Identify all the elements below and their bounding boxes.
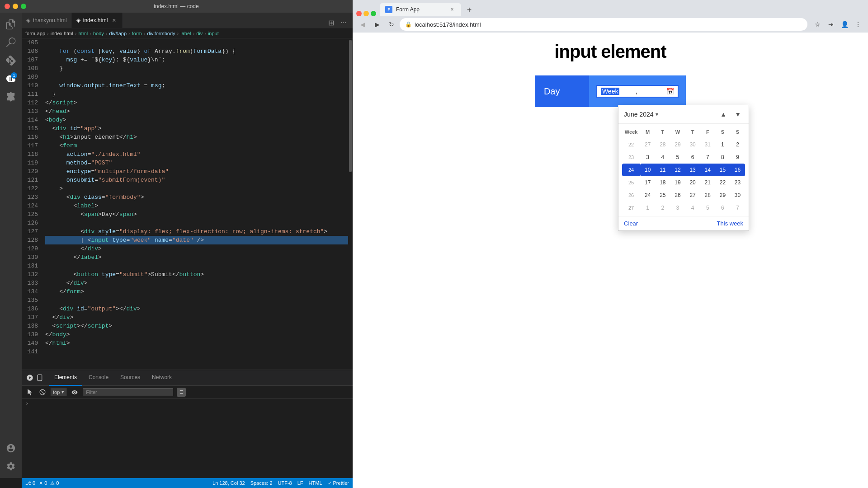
split-editor-button[interactable]: ⊞ [326, 17, 336, 28]
breadcrumb-form-app[interactable]: form-app [25, 31, 45, 36]
calendar-day-cell[interactable]: 5 [670, 151, 685, 164]
calendar-day-cell[interactable]: 19 [670, 176, 685, 189]
calendar-day-cell[interactable]: 25 [655, 189, 670, 202]
browser-minimize-button[interactable] [363, 11, 369, 16]
devtools-tab-console[interactable]: Console [83, 370, 114, 386]
status-language[interactable]: HTML [309, 480, 322, 486]
devtools-ban-icon[interactable] [38, 388, 47, 397]
status-spaces[interactable]: Spaces: 2 [250, 480, 273, 486]
calendar-day-cell[interactable]: 21 [700, 176, 715, 189]
devtools-filter-options-button[interactable]: ☰ [177, 388, 186, 397]
calendar-day-cell[interactable]: 28 [700, 189, 715, 202]
calendar-popup[interactable]: June 2024 ▾ ▲ ▼ WeekMTWTFSS2227282930311… [618, 105, 749, 231]
browser-cast-button[interactable]: ⇥ [825, 18, 837, 31]
activity-debug-icon[interactable]: 1 [3, 70, 19, 87]
maximize-window-button[interactable] [21, 4, 26, 9]
browser-back-button[interactable]: ◀ [356, 18, 369, 31]
devtools-device-icon[interactable] [35, 373, 44, 382]
calendar-week-number[interactable]: 24 [622, 164, 640, 176]
close-window-button[interactable] [5, 4, 10, 9]
calendar-next-button[interactable]: ▼ [732, 109, 743, 120]
calendar-day-cell[interactable]: 26 [670, 189, 685, 202]
breadcrumb-label[interactable]: label [180, 31, 191, 36]
activity-git-icon[interactable] [3, 52, 19, 69]
calendar-day-cell[interactable]: 29 [670, 138, 685, 151]
calendar-day-cell[interactable]: 1 [640, 202, 655, 214]
devtools-tab-network[interactable]: Network [146, 370, 177, 386]
calendar-prev-button[interactable]: ▲ [718, 109, 729, 120]
tab-close-button[interactable]: × [110, 17, 118, 24]
breadcrumb-html[interactable]: html [79, 31, 88, 36]
calendar-this-week-button[interactable]: This week [717, 220, 744, 227]
calendar-day-cell[interactable]: 15 [715, 164, 730, 176]
minimize-window-button[interactable] [13, 4, 18, 9]
calendar-month-dropdown-icon[interactable]: ▾ [656, 111, 658, 117]
calendar-day-cell[interactable]: 6 [715, 202, 730, 214]
calendar-day-cell[interactable]: 2 [730, 138, 745, 151]
activity-explorer-icon[interactable] [3, 16, 19, 33]
breadcrumb-div[interactable]: div [196, 31, 203, 36]
calendar-day-cell[interactable]: 17 [640, 176, 655, 189]
calendar-day-cell[interactable]: 4 [685, 202, 700, 214]
calendar-day-cell[interactable]: 16 [730, 164, 745, 176]
tab-thankyou[interactable]: ◈ thankyou.html [22, 13, 72, 28]
calendar-day-cell[interactable]: 11 [655, 164, 670, 176]
calendar-clear-button[interactable]: Clear [624, 220, 638, 227]
browser-close-button[interactable] [356, 11, 362, 16]
devtools-filter-input[interactable] [83, 388, 173, 396]
calendar-day-cell[interactable]: 8 [715, 151, 730, 164]
calendar-day-cell[interactable]: 4 [655, 151, 670, 164]
calendar-day-cell[interactable]: 3 [640, 151, 655, 164]
activity-settings-icon[interactable] [3, 458, 19, 474]
breadcrumb-div-app[interactable]: div#app [109, 31, 127, 36]
browser-menu-button[interactable]: ⋮ [852, 18, 864, 31]
calendar-day-cell[interactable]: 27 [685, 189, 700, 202]
code-content[interactable]: for (const [key, value} of Array.from(fo… [42, 38, 353, 370]
browser-bookmark-button[interactable]: ☆ [811, 18, 824, 31]
calendar-day-cell[interactable]: 27 [640, 138, 655, 151]
calendar-week-number[interactable]: 26 [622, 189, 640, 202]
calendar-week-number[interactable]: 22 [622, 138, 640, 151]
status-position[interactable]: Ln 128, Col 32 [212, 480, 245, 486]
devtools-inspect-icon[interactable] [25, 373, 34, 382]
calendar-day-cell[interactable]: 12 [670, 164, 685, 176]
tab-index[interactable]: ◈ index.html × [72, 13, 123, 28]
calendar-day-cell[interactable]: 13 [685, 164, 700, 176]
calendar-day-cell[interactable]: 9 [730, 151, 745, 164]
breadcrumb-input[interactable]: input [208, 31, 219, 36]
scrollbar-thumb[interactable] [349, 40, 352, 172]
calendar-day-cell[interactable]: 14 [700, 164, 715, 176]
calendar-day-cell[interactable]: 30 [730, 189, 745, 202]
browser-profile-button[interactable]: 👤 [838, 18, 851, 31]
breadcrumb-form[interactable]: form [132, 31, 142, 36]
calendar-day-cell[interactable]: 23 [730, 176, 745, 189]
devtools-top-selector[interactable]: top ▾ [51, 388, 66, 396]
devtools-eye-icon[interactable] [70, 388, 79, 397]
calendar-week-number[interactable]: 25 [622, 176, 640, 189]
scrollbar-track[interactable] [348, 38, 353, 370]
browser-refresh-button[interactable]: ↻ [385, 18, 398, 31]
calendar-day-cell[interactable]: 1 [715, 138, 730, 151]
devtools-dom-arrow[interactable]: › [25, 400, 28, 407]
browser-maximize-button[interactable] [371, 11, 376, 16]
calendar-day-cell[interactable]: 22 [715, 176, 730, 189]
breadcrumb-div-formbody[interactable]: div.formbody [147, 31, 175, 36]
calendar-day-cell[interactable]: 6 [685, 151, 700, 164]
calendar-day-cell[interactable]: 2 [655, 202, 670, 214]
status-errors[interactable]: ✕ 0 ⚠ 0 [39, 480, 59, 486]
status-line-ending[interactable]: LF [297, 480, 303, 486]
activity-extensions-icon[interactable] [3, 89, 19, 105]
code-editor[interactable]: 1051061071081091101111121131141151161171… [22, 38, 353, 370]
browser-active-tab[interactable]: F Form App × [380, 3, 461, 16]
calendar-day-cell[interactable]: 28 [655, 138, 670, 151]
status-branch[interactable]: ⎇ 0 [25, 480, 35, 486]
calendar-day-cell[interactable]: 10 [640, 164, 655, 176]
calendar-day-cell[interactable]: 29 [715, 189, 730, 202]
browser-forward-button[interactable]: ▶ [371, 18, 383, 31]
activity-account-icon[interactable] [3, 440, 19, 456]
activity-search-icon[interactable] [3, 34, 19, 51]
browser-new-tab-button[interactable]: + [463, 4, 476, 16]
devtools-tab-sources[interactable]: Sources [115, 370, 146, 386]
address-bar[interactable]: 🔒 localhost:5173/index.html [400, 18, 807, 31]
more-actions-button[interactable]: ··· [338, 17, 349, 28]
